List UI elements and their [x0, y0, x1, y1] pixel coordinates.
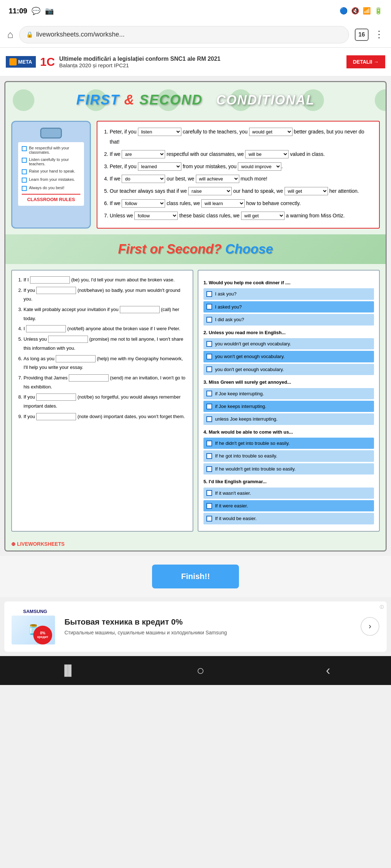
lw-logo: ⊕ LIVEWORKSHEETS [11, 541, 64, 547]
q5-item: Our teacher always says that if we raise… [110, 186, 374, 196]
dropdown-questions: Peter, if you listenlistened carefully t… [97, 121, 380, 229]
q7-select1[interactable]: followfollowed [134, 212, 178, 220]
fi-input-8[interactable] [36, 393, 76, 401]
time-display: 11:09 [9, 7, 27, 15]
mc-q2-opt3[interactable]: you don't get enough vocabulary. [203, 364, 374, 375]
bottom-ad: ⓘ SAMSUNG 🫙 0% кредит Бытовая техника в … [4, 601, 387, 652]
mc-q3-opt1[interactable]: if Joe keep interrupting. [203, 388, 374, 399]
mc-q5-opt2[interactable]: If it were easier. [203, 500, 374, 511]
mc-checkbox-q2-1[interactable] [206, 341, 212, 347]
mc-q1-opt3[interactable]: I did ask you? [203, 314, 374, 325]
mc-checkbox-q4-3[interactable] [206, 466, 212, 472]
browser-bar: ⌂ 🔒 liveworksheets.com/workshe... 16 ⋮ [0, 22, 391, 48]
recent-apps-button[interactable]: ▐▌ [61, 665, 75, 676]
q3-select1[interactable]: learnedlearn [138, 162, 181, 171]
rule-2: Listen carefully to your teachers. [22, 157, 80, 166]
bottom-nav: ▐▌ ○ ‹ [0, 656, 391, 685]
home-icon[interactable]: ⌂ [7, 29, 13, 41]
mc-q5-opt3[interactable]: If it would be easier. [203, 513, 374, 524]
mc-checkbox-q2-2[interactable] [206, 354, 212, 359]
mc-q3-opt2[interactable]: if Joe keeps interrupting. [203, 401, 374, 412]
clipboard-illustration: Be respectful with your classmates. List… [11, 121, 91, 229]
fi-input-1[interactable] [30, 276, 70, 284]
status-left: 11:09 💬 📷 [9, 7, 54, 15]
wifi-icon: 📶 [363, 7, 371, 15]
q1-select2[interactable]: would getwill get [249, 128, 293, 136]
clipboard-clip [40, 128, 62, 139]
camera-icon: 📷 [45, 7, 54, 15]
bluetooth-icon: 🔵 [340, 7, 348, 15]
fi-input-3[interactable] [120, 306, 160, 313]
finish-button[interactable]: Finish!! [152, 565, 239, 588]
home-button[interactable]: ○ [197, 663, 205, 678]
mc-checkbox-q4-2[interactable] [206, 453, 212, 459]
mc-checkbox-q3-3[interactable] [206, 416, 212, 422]
mc-checkbox-q1-3[interactable] [206, 317, 212, 323]
mc-checkbox-q5-3[interactable] [206, 516, 212, 522]
fi-input-5[interactable] [48, 336, 88, 343]
mc-checkbox-q5-1[interactable] [206, 490, 212, 496]
mc-q4-opt1[interactable]: If he didn't get into trouble so easily. [203, 438, 374, 449]
mc-q5-opt1[interactable]: If it wasn't easier. [203, 488, 374, 499]
section2-title-text1: First or Second? [118, 242, 225, 256]
url-text: liveworksheets.com/workshe... [36, 31, 125, 38]
q4-select1[interactable]: dodid [122, 175, 165, 183]
ad-body-text: Стиральные машины, сушильные машины и хо… [64, 630, 355, 635]
rule-checkbox-1 [22, 146, 27, 151]
fi-5: Unless you (promise) me not to tell anyo… [24, 335, 188, 353]
q3-select2[interactable]: would improvewill improve [238, 162, 281, 171]
rule-checkbox-4 [22, 178, 27, 183]
q3-item: Peter, if you learnedlearn from your mis… [110, 161, 374, 171]
mc-checkbox-q3-2[interactable] [206, 404, 212, 409]
q6-select2[interactable]: will learnwould learn [201, 199, 245, 208]
mc-checkbox-q2-3[interactable] [206, 366, 212, 372]
fi-input-7[interactable] [69, 374, 109, 382]
mc-q1-opt1[interactable]: I ask you? [203, 288, 374, 299]
mc-checkbox-q4-1[interactable] [206, 441, 212, 446]
url-bar[interactable]: 🔒 liveworksheets.com/workshe... [19, 26, 349, 43]
mc-section: 1. Would you help me cook dinner if ....… [198, 270, 380, 532]
mc-checkbox-q3-1[interactable] [206, 391, 212, 396]
fi-8: If you (not/be) so forgetful, you would … [24, 393, 188, 410]
q5-select2[interactable]: will getwould get [285, 187, 328, 195]
worksheet-title: FIRST & SECOND CONDITIONAL [5, 82, 386, 115]
section2-content: If I (be) you, I'd tell your mum about t… [5, 264, 386, 537]
detalii-button[interactable]: DETALII → [346, 55, 385, 68]
finish-section: Finish!! [0, 556, 391, 597]
mc-q3-opt3[interactable]: unless Joe keeps interrupting. [203, 413, 374, 425]
samsung-logo: SAMSUNG [12, 609, 59, 614]
mc-q2-opt2[interactable]: you won't get enough vocabulary. [203, 351, 374, 362]
q7-select2[interactable]: will getwould get [241, 212, 285, 220]
fi-input-2[interactable] [36, 287, 76, 294]
fi-input-4[interactable] [26, 325, 66, 332]
q2-item: If we arewere respectful with our classm… [110, 149, 374, 159]
ad-headline: Бытовая техника в кредит 0% [64, 617, 355, 627]
q2-select1[interactable]: arewere [122, 150, 165, 158]
q6-select1[interactable]: followfollowed [122, 199, 165, 208]
mc-q1-opt2[interactable]: I asked you? [203, 301, 374, 312]
mc-checkbox-q1-1[interactable] [206, 291, 212, 297]
back-button[interactable]: ‹ [326, 663, 330, 678]
mc-q4-opt2[interactable]: If he got into trouble so easily. [203, 450, 374, 461]
section2-title-text2: Choose [225, 242, 273, 256]
tab-badge[interactable]: 16 [355, 29, 369, 41]
q5-select1[interactable]: raiseraised [188, 187, 232, 195]
fi-3: Kate will probably accept your invitatio… [24, 305, 188, 323]
q1-select1[interactable]: listenlistened [138, 128, 181, 136]
mc-q4-opt3[interactable]: If he wouldn't get into trouble so easil… [203, 463, 374, 475]
mute-icon: 🔇 [351, 7, 359, 15]
mc-q2-opt1[interactable]: you wouldn't get enough vocabulary. [203, 338, 374, 349]
menu-dots[interactable]: ⋮ [374, 29, 384, 40]
meta-logo: META [6, 56, 36, 68]
mc-checkbox-q1-2[interactable] [206, 304, 212, 310]
worksheet: FIRST & SECOND CONDITIONAL Be respectful… [4, 81, 387, 552]
q2-select2[interactable]: will bewould be [245, 150, 289, 158]
fi-input-9[interactable] [36, 413, 76, 420]
mc-q1-text: 1. Would you help me cook dinner if .... [203, 278, 374, 287]
q4-select2[interactable]: will achievewould achieve [196, 175, 239, 183]
fi-input-6[interactable] [56, 355, 96, 362]
q6-item: If we followfollowed class rules, we wil… [110, 198, 374, 208]
mc-checkbox-q5-2[interactable] [206, 503, 212, 509]
fill-in-section: If I (be) you, I'd tell your mum about t… [11, 270, 193, 532]
ad-arrow-button[interactable]: › [361, 617, 379, 636]
